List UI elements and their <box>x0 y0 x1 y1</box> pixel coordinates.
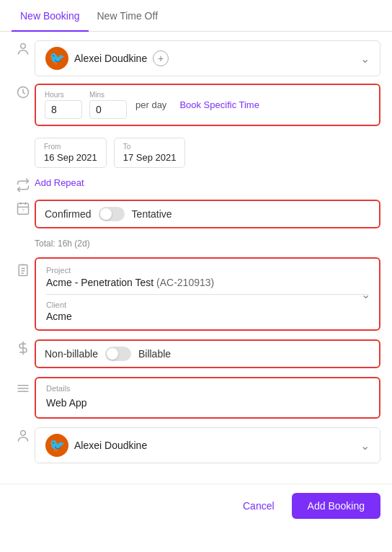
cancel-button[interactable]: Cancel <box>243 500 275 512</box>
confirmed-toggle[interactable] <box>99 207 125 221</box>
people-chevron-icon: ⌄ <box>360 52 370 66</box>
add-booking-button[interactable]: Add Booking <box>292 493 380 519</box>
hours-field-group: Hours <box>45 91 82 119</box>
project-divider <box>46 294 369 295</box>
tab-new-time-off[interactable]: New Time Off <box>89 0 167 32</box>
total-text: Total: 16h (2d) <box>35 239 90 249</box>
tab-new-booking[interactable]: New Booking <box>12 0 89 32</box>
non-billable-label: Non-billable <box>45 348 98 360</box>
tentative-label: Tentative <box>132 208 172 220</box>
repeat-content: Add Repeat <box>35 177 380 188</box>
confirmed-content: Confirmed Tentative <box>35 200 380 228</box>
booker-avatar-emoji: 🐦 <box>49 437 65 453</box>
booker-name: Alexei Doudkine <box>74 440 147 451</box>
repeat-section: Add Repeat <box>12 177 380 192</box>
billable-row: Non-billable Billable <box>35 339 380 368</box>
details-card[interactable]: Details Web App <box>35 377 380 419</box>
project-label: Project <box>46 266 369 275</box>
hours-content: Hours Mins per day Book Specific Time <box>35 84 380 126</box>
to-date-value: 17 Sep 2021 <box>123 152 177 163</box>
date-row: From 16 Sep 2021 To 17 Sep 2021 <box>35 138 185 168</box>
booker-person-icon <box>12 427 35 443</box>
booker-card[interactable]: 🐦 Alexei Doudkine ⌄ <box>35 427 380 463</box>
project-card-container: Project Acme - Penetration Test (AC-2109… <box>35 257 380 331</box>
details-text: Web App <box>46 397 369 409</box>
lines-icon <box>12 377 35 396</box>
person-name: Alexei Doudkine <box>74 53 147 64</box>
project-name-text: Acme - Penetration Test <box>46 277 153 288</box>
hours-row: Hours Mins per day Book Specific Time <box>35 84 380 126</box>
date-section: From 16 Sep 2021 To 17 Sep 2021 <box>35 135 380 168</box>
avatar-emoji: 🐦 <box>49 50 65 66</box>
per-day-text: per day <box>135 99 166 110</box>
svg-point-15 <box>21 431 26 436</box>
hours-input[interactable] <box>45 100 82 119</box>
billable-section: Non-billable Billable <box>12 339 380 368</box>
add-person-button[interactable]: + <box>153 50 169 66</box>
mins-input[interactable] <box>89 100 127 119</box>
clock-icon <box>12 84 35 99</box>
svg-rect-7 <box>19 265 27 276</box>
avatar: 🐦 <box>45 47 68 70</box>
svg-text:?: ? <box>22 208 24 213</box>
booker-left: 🐦 Alexei Doudkine <box>45 434 147 457</box>
project-section: Project Acme - Penetration Test (AC-2109… <box>12 257 380 331</box>
footer: Cancel Add Booking <box>0 484 392 530</box>
details-card-container: Details Web App <box>35 377 380 419</box>
repeat-icon <box>12 177 35 192</box>
people-section: 🐦 Alexei Doudkine + ⌄ <box>12 40 380 76</box>
project-name: Acme - Penetration Test (AC-210913) <box>46 277 369 288</box>
to-label: To <box>123 143 177 151</box>
clipboard-icon <box>12 257 35 277</box>
mins-label: Mins <box>89 91 127 99</box>
billable-toggle[interactable] <box>105 347 131 361</box>
billable-content: Non-billable Billable <box>35 339 380 368</box>
hours-section: Hours Mins per day Book Specific Time <box>12 84 380 126</box>
total-section: Total: 16h (2d) <box>35 237 380 249</box>
client-name: Acme <box>46 311 369 322</box>
calendar-question-icon: ? <box>12 200 35 215</box>
from-label: From <box>44 143 97 151</box>
svg-point-0 <box>21 44 26 49</box>
hours-label: Hours <box>45 91 82 99</box>
people-left: 🐦 Alexei Doudkine + <box>45 47 169 70</box>
booker-chevron-icon: ⌄ <box>360 439 370 453</box>
form-content: 🐦 Alexei Doudkine + ⌄ Hours Mins <box>0 32 392 478</box>
project-chevron-icon: ⌄ <box>361 288 370 301</box>
confirmed-section: ? Confirmed Tentative <box>12 200 380 228</box>
confirmed-label: Confirmed <box>45 208 92 220</box>
from-date-field[interactable]: From 16 Sep 2021 <box>35 138 107 168</box>
project-code: (AC-210913) <box>156 277 214 288</box>
tabs-bar: New Booking New Time Off <box>0 0 392 32</box>
details-label: Details <box>46 384 369 393</box>
book-specific-time-link[interactable]: Book Specific Time <box>179 99 259 110</box>
mins-field-group: Mins <box>89 91 127 119</box>
booker-card-container: 🐦 Alexei Doudkine ⌄ <box>35 427 380 463</box>
project-card[interactable]: Project Acme - Penetration Test (AC-2109… <box>35 257 380 331</box>
people-selector[interactable]: 🐦 Alexei Doudkine + ⌄ <box>35 40 380 76</box>
add-repeat-link[interactable]: Add Repeat <box>35 177 84 188</box>
dollar-icon <box>12 339 35 355</box>
details-section: Details Web App <box>12 377 380 419</box>
to-date-field[interactable]: To 17 Sep 2021 <box>114 138 186 168</box>
billable-label: Billable <box>138 348 171 360</box>
client-label: Client <box>46 301 369 309</box>
booker-section: 🐦 Alexei Doudkine ⌄ <box>12 427 380 463</box>
from-date-value: 16 Sep 2021 <box>44 152 97 163</box>
person-icon <box>12 40 35 56</box>
booker-avatar: 🐦 <box>45 434 68 457</box>
people-card-container: 🐦 Alexei Doudkine + ⌄ <box>35 40 380 76</box>
confirmed-row: Confirmed Tentative <box>35 200 380 228</box>
